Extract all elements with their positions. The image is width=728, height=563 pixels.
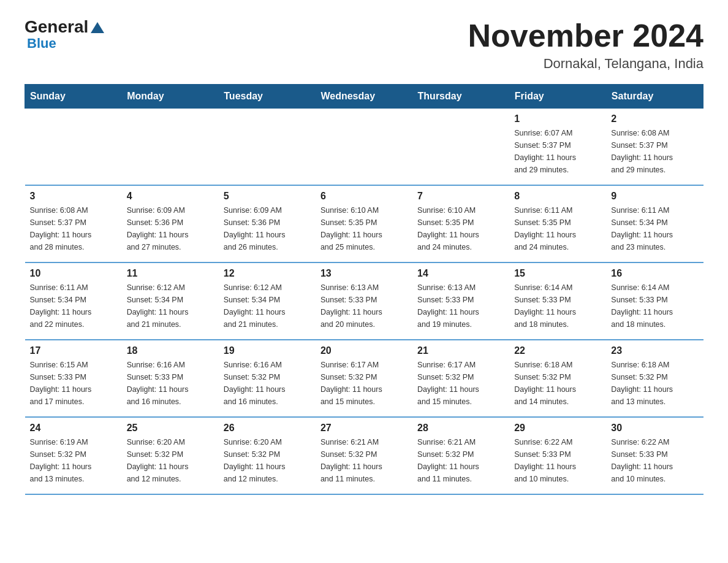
day-info: Sunrise: 6:22 AMSunset: 5:33 PMDaylight:… — [514, 436, 601, 485]
day-number: 21 — [417, 345, 504, 356]
day-number: 4 — [127, 191, 214, 202]
table-row: 1Sunrise: 6:07 AMSunset: 5:37 PMDaylight… — [509, 109, 606, 186]
calendar-subtitle: Dornakal, Telangana, India — [468, 56, 703, 72]
day-info: Sunrise: 6:21 AMSunset: 5:32 PMDaylight:… — [320, 436, 408, 485]
day-info: Sunrise: 6:20 AMSunset: 5:32 PMDaylight:… — [127, 436, 214, 485]
logo: General Blue — [25, 18, 104, 50]
day-number: 26 — [224, 423, 311, 434]
day-number: 1 — [514, 113, 601, 124]
col-wednesday: Wednesday — [316, 85, 412, 109]
calendar-week-row: 3Sunrise: 6:08 AMSunset: 5:37 PMDaylight… — [25, 185, 703, 262]
col-tuesday: Tuesday — [219, 85, 316, 109]
day-info: Sunrise: 6:21 AMSunset: 5:32 PMDaylight:… — [417, 436, 504, 485]
day-number: 30 — [611, 423, 698, 434]
table-row: 24Sunrise: 6:19 AMSunset: 5:32 PMDayligh… — [25, 417, 122, 494]
calendar-header-row: Sunday Monday Tuesday Wednesday Thursday… — [25, 85, 703, 109]
day-number: 5 — [224, 191, 311, 202]
calendar-week-row: 1Sunrise: 6:07 AMSunset: 5:37 PMDaylight… — [25, 109, 703, 186]
day-number: 9 — [611, 191, 698, 202]
day-info: Sunrise: 6:13 AMSunset: 5:33 PMDaylight:… — [417, 282, 504, 331]
day-info: Sunrise: 6:11 AMSunset: 5:34 PMDaylight:… — [30, 282, 117, 331]
day-info: Sunrise: 6:08 AMSunset: 5:37 PMDaylight:… — [30, 204, 117, 253]
calendar-title: November 2024 — [468, 18, 703, 53]
table-row: 19Sunrise: 6:16 AMSunset: 5:32 PMDayligh… — [219, 340, 316, 417]
table-row — [316, 109, 412, 186]
table-row: 5Sunrise: 6:09 AMSunset: 5:36 PMDaylight… — [219, 185, 316, 262]
day-number: 19 — [224, 345, 311, 356]
day-number: 20 — [320, 345, 408, 356]
day-info: Sunrise: 6:10 AMSunset: 5:35 PMDaylight:… — [320, 204, 408, 253]
day-info: Sunrise: 6:18 AMSunset: 5:32 PMDaylight:… — [611, 359, 698, 408]
day-number: 22 — [514, 345, 601, 356]
table-row: 14Sunrise: 6:13 AMSunset: 5:33 PMDayligh… — [412, 262, 509, 340]
day-info: Sunrise: 6:12 AMSunset: 5:34 PMDaylight:… — [127, 282, 214, 331]
calendar-week-row: 17Sunrise: 6:15 AMSunset: 5:33 PMDayligh… — [25, 340, 703, 417]
col-sunday: Sunday — [25, 85, 122, 109]
col-monday: Monday — [122, 85, 219, 109]
logo-general: General — [25, 18, 88, 36]
table-row: 9Sunrise: 6:11 AMSunset: 5:34 PMDaylight… — [606, 185, 703, 262]
table-row: 13Sunrise: 6:13 AMSunset: 5:33 PMDayligh… — [316, 262, 412, 340]
day-info: Sunrise: 6:09 AMSunset: 5:36 PMDaylight:… — [224, 204, 311, 253]
day-number: 16 — [611, 268, 698, 279]
table-row: 10Sunrise: 6:11 AMSunset: 5:34 PMDayligh… — [25, 262, 122, 340]
day-info: Sunrise: 6:07 AMSunset: 5:37 PMDaylight:… — [514, 127, 601, 176]
table-row: 30Sunrise: 6:22 AMSunset: 5:33 PMDayligh… — [606, 417, 703, 494]
day-info: Sunrise: 6:08 AMSunset: 5:37 PMDaylight:… — [611, 127, 698, 176]
day-info: Sunrise: 6:16 AMSunset: 5:32 PMDaylight:… — [224, 359, 311, 408]
table-row: 26Sunrise: 6:20 AMSunset: 5:32 PMDayligh… — [219, 417, 316, 494]
table-row: 18Sunrise: 6:16 AMSunset: 5:33 PMDayligh… — [122, 340, 219, 417]
day-info: Sunrise: 6:12 AMSunset: 5:34 PMDaylight:… — [224, 282, 311, 331]
day-info: Sunrise: 6:15 AMSunset: 5:33 PMDaylight:… — [30, 359, 117, 408]
col-saturday: Saturday — [606, 85, 703, 109]
day-info: Sunrise: 6:13 AMSunset: 5:33 PMDaylight:… — [320, 282, 408, 331]
calendar-week-row: 24Sunrise: 6:19 AMSunset: 5:32 PMDayligh… — [25, 417, 703, 494]
logo-triangle-icon — [91, 22, 104, 33]
table-row: 21Sunrise: 6:17 AMSunset: 5:32 PMDayligh… — [412, 340, 509, 417]
day-number: 28 — [417, 423, 504, 434]
table-row: 12Sunrise: 6:12 AMSunset: 5:34 PMDayligh… — [219, 262, 316, 340]
table-row: 25Sunrise: 6:20 AMSunset: 5:32 PMDayligh… — [122, 417, 219, 494]
day-number: 3 — [30, 191, 117, 202]
day-number: 27 — [320, 423, 408, 434]
day-number: 6 — [320, 191, 408, 202]
calendar-week-row: 10Sunrise: 6:11 AMSunset: 5:34 PMDayligh… — [25, 262, 703, 340]
table-row — [25, 109, 122, 186]
day-info: Sunrise: 6:11 AMSunset: 5:35 PMDaylight:… — [514, 204, 601, 253]
day-info: Sunrise: 6:10 AMSunset: 5:35 PMDaylight:… — [417, 204, 504, 253]
table-row: 15Sunrise: 6:14 AMSunset: 5:33 PMDayligh… — [509, 262, 606, 340]
table-row: 22Sunrise: 6:18 AMSunset: 5:32 PMDayligh… — [509, 340, 606, 417]
col-friday: Friday — [509, 85, 606, 109]
table-row — [122, 109, 219, 186]
table-row: 29Sunrise: 6:22 AMSunset: 5:33 PMDayligh… — [509, 417, 606, 494]
day-number: 23 — [611, 345, 698, 356]
day-number: 24 — [30, 423, 117, 434]
day-info: Sunrise: 6:14 AMSunset: 5:33 PMDaylight:… — [611, 282, 698, 331]
table-row: 23Sunrise: 6:18 AMSunset: 5:32 PMDayligh… — [606, 340, 703, 417]
day-info: Sunrise: 6:17 AMSunset: 5:32 PMDaylight:… — [417, 359, 504, 408]
day-number: 11 — [127, 268, 214, 279]
day-number: 2 — [611, 113, 698, 124]
day-info: Sunrise: 6:19 AMSunset: 5:32 PMDaylight:… — [30, 436, 117, 485]
svg-marker-0 — [91, 22, 104, 33]
day-number: 8 — [514, 191, 601, 202]
table-row — [412, 109, 509, 186]
table-row: 6Sunrise: 6:10 AMSunset: 5:35 PMDaylight… — [316, 185, 412, 262]
table-row: 17Sunrise: 6:15 AMSunset: 5:33 PMDayligh… — [25, 340, 122, 417]
day-info: Sunrise: 6:16 AMSunset: 5:33 PMDaylight:… — [127, 359, 214, 408]
table-row: 4Sunrise: 6:09 AMSunset: 5:36 PMDaylight… — [122, 185, 219, 262]
day-number: 29 — [514, 423, 601, 434]
table-row: 2Sunrise: 6:08 AMSunset: 5:37 PMDaylight… — [606, 109, 703, 186]
table-row: 28Sunrise: 6:21 AMSunset: 5:32 PMDayligh… — [412, 417, 509, 494]
table-row: 7Sunrise: 6:10 AMSunset: 5:35 PMDaylight… — [412, 185, 509, 262]
day-number: 18 — [127, 345, 214, 356]
page-header: General Blue November 2024 Dornakal, Tel… — [25, 18, 703, 72]
table-row: 3Sunrise: 6:08 AMSunset: 5:37 PMDaylight… — [25, 185, 122, 262]
day-number: 12 — [224, 268, 311, 279]
day-info: Sunrise: 6:18 AMSunset: 5:32 PMDaylight:… — [514, 359, 601, 408]
day-number: 15 — [514, 268, 601, 279]
col-thursday: Thursday — [412, 85, 509, 109]
table-row: 16Sunrise: 6:14 AMSunset: 5:33 PMDayligh… — [606, 262, 703, 340]
day-info: Sunrise: 6:11 AMSunset: 5:34 PMDaylight:… — [611, 204, 698, 253]
table-row: 11Sunrise: 6:12 AMSunset: 5:34 PMDayligh… — [122, 262, 219, 340]
